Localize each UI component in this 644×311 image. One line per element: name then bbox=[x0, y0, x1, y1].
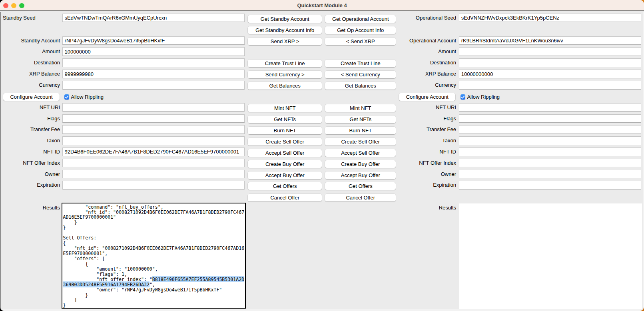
operational-get-balances-button[interactable]: Get Balances bbox=[325, 82, 396, 90]
operational-taxon-input[interactable] bbox=[459, 136, 642, 145]
standby-get-balances-button[interactable]: Get Balances bbox=[248, 82, 322, 90]
standby-flags-label: Flags bbox=[0, 114, 60, 123]
standby-transfer-fee-label: Transfer Fee bbox=[0, 125, 60, 134]
operational-get-operational-account-button[interactable]: Get Operational Account bbox=[325, 15, 396, 23]
standby-create-sell-offer-button[interactable]: Create Sell Offer bbox=[248, 138, 322, 146]
operational-allow-rippling-checkbox[interactable] bbox=[461, 94, 466, 100]
window-content: Standby Seed Standby Account Amount Dest… bbox=[0, 12, 644, 311]
operational-nft-id-input[interactable] bbox=[459, 148, 642, 156]
operational-get-op-account-info-button[interactable]: Get Op Account Info bbox=[325, 26, 396, 34]
window-edge-left bbox=[0, 12, 1, 311]
standby-amount-input[interactable] bbox=[62, 47, 245, 56]
standby-accept-sell-offer-button[interactable]: Accept Sell Offer bbox=[248, 149, 322, 157]
standby-allow-rippling-label[interactable]: Allow Rippling bbox=[71, 93, 104, 101]
standby-nft-id-label: NFT ID bbox=[0, 148, 60, 156]
zoom-button[interactable] bbox=[19, 3, 24, 8]
standby-nft-uri-label: NFT URI bbox=[0, 103, 60, 112]
operational-get-offers-button[interactable]: Get Offers bbox=[325, 182, 396, 190]
standby-mint-nft-button[interactable]: Mint NFT bbox=[248, 104, 322, 112]
standby-allow-rippling-checkbox[interactable] bbox=[64, 94, 70, 100]
standby-send-xrp-fwd-button[interactable]: Send XRP > bbox=[248, 38, 322, 45]
standby-nft-id-input[interactable] bbox=[62, 148, 245, 156]
standby-seed-label: Standby Seed bbox=[3, 14, 63, 22]
operational-create-trust-line-button[interactable]: Create Trust Line bbox=[325, 60, 396, 67]
standby-currency-input[interactable] bbox=[62, 81, 245, 90]
operational-account-input[interactable] bbox=[459, 36, 642, 45]
titlebar[interactable]: Quickstart Module 4 bbox=[0, 0, 644, 11]
operational-currency-input[interactable] bbox=[459, 81, 642, 90]
minimize-button[interactable] bbox=[11, 3, 16, 8]
window-title: Quickstart Module 4 bbox=[0, 0, 644, 11]
operational-mint-nft-button[interactable]: Mint NFT bbox=[325, 104, 396, 112]
operational-back-send-xrp-button[interactable]: < Send XRP bbox=[325, 38, 396, 45]
standby-amount-label: Amount bbox=[0, 47, 60, 56]
standby-owner-input[interactable] bbox=[62, 170, 245, 179]
operational-expiration-input[interactable] bbox=[459, 181, 642, 189]
standby-accept-buy-offer-button[interactable]: Accept Buy Offer bbox=[248, 171, 322, 179]
operational-create-buy-offer-button[interactable]: Create Buy Offer bbox=[325, 160, 396, 168]
standby-flags-input[interactable] bbox=[62, 114, 245, 123]
standby-results-text[interactable]: "command": "nft_buy_offers", "nft_id": "… bbox=[62, 203, 246, 308]
standby-taxon-label: Taxon bbox=[0, 136, 60, 145]
window-edge-bottom bbox=[0, 309, 644, 311]
close-button[interactable] bbox=[3, 3, 8, 8]
standby-nft-offer-index-label: NFT Offer Index bbox=[0, 159, 60, 167]
standby-create-trust-line-button[interactable]: Create Trust Line bbox=[248, 60, 322, 67]
standby-results-label: Results bbox=[0, 204, 60, 212]
standby-get-standby-account-info-button[interactable]: Get Standby Account Info bbox=[248, 26, 322, 34]
standby-taxon-input[interactable] bbox=[62, 136, 245, 145]
operational-accept-buy-offer-button[interactable]: Accept Buy Offer bbox=[325, 171, 396, 179]
operational-configure-account-button[interactable]: Configure Account bbox=[399, 93, 455, 101]
operational-amount-input[interactable] bbox=[459, 47, 642, 56]
standby-expiration-input[interactable] bbox=[62, 181, 245, 189]
standby-nft-uri-input[interactable] bbox=[62, 103, 245, 112]
operational-cancel-offer-button[interactable]: Cancel Offer bbox=[325, 194, 396, 201]
operational-allow-rippling-label[interactable]: Allow Rippling bbox=[467, 93, 500, 101]
standby-owner-label: Owner bbox=[0, 170, 60, 179]
standby-transfer-fee-input[interactable] bbox=[62, 125, 245, 134]
standby-seed-input[interactable] bbox=[62, 14, 245, 22]
standby-get-standby-account-button[interactable]: Get Standby Account bbox=[248, 15, 322, 23]
standby-cancel-offer-button[interactable]: Cancel Offer bbox=[248, 194, 322, 201]
operational-nft-offer-index-input[interactable] bbox=[459, 159, 642, 167]
standby-nft-offer-index-input[interactable] bbox=[62, 159, 245, 167]
operational-burn-nft-button[interactable]: Burn NFT bbox=[325, 127, 396, 134]
standby-burn-nft-button[interactable]: Burn NFT bbox=[248, 127, 322, 134]
standby-get-nfts-button[interactable]: Get NFTs bbox=[248, 116, 322, 123]
operational-get-nfts-button[interactable]: Get NFTs bbox=[325, 116, 396, 123]
standby-destination-input[interactable] bbox=[62, 58, 245, 67]
operational-owner-input[interactable] bbox=[459, 170, 642, 179]
checkmark-icon bbox=[64, 95, 69, 100]
operational-results-label: Results bbox=[356, 204, 456, 212]
operational-nft-uri-input[interactable] bbox=[459, 103, 642, 112]
operational-transfer-fee-input[interactable] bbox=[459, 125, 642, 134]
standby-send-currency-fwd-button[interactable]: Send Currency > bbox=[248, 71, 322, 78]
standby-configure-account-button[interactable]: Configure Account bbox=[3, 93, 60, 101]
standby-currency-label: Currency bbox=[0, 81, 60, 90]
standby-account-label: Standby Account bbox=[0, 36, 60, 45]
app-window: Quickstart Module 4 Standby Seed Standby… bbox=[0, 0, 644, 311]
operational-flags-input[interactable] bbox=[459, 114, 642, 123]
standby-destination-label: Destination bbox=[0, 58, 60, 67]
standby-expiration-label: Expiration bbox=[0, 181, 60, 189]
standby-get-offers-button[interactable]: Get Offers bbox=[248, 182, 322, 190]
checkmark-icon bbox=[461, 95, 465, 100]
operational-amount-label: Amount bbox=[356, 47, 456, 56]
operational-xrp-balance-input[interactable] bbox=[459, 70, 642, 78]
operational-create-sell-offer-button[interactable]: Create Sell Offer bbox=[325, 138, 396, 146]
standby-xrp-balance-label: XRP Balance bbox=[0, 70, 60, 78]
standby-xrp-balance-input[interactable] bbox=[62, 70, 245, 78]
standby-account-input[interactable] bbox=[62, 36, 245, 45]
operational-back-send-currency-button[interactable]: < Send Currency bbox=[325, 71, 396, 78]
operational-results-text[interactable] bbox=[459, 203, 642, 309]
operational-accept-sell-offer-button[interactable]: Accept Sell Offer bbox=[325, 149, 396, 157]
operational-seed-input[interactable] bbox=[459, 14, 642, 22]
standby-create-buy-offer-button[interactable]: Create Buy Offer bbox=[248, 160, 322, 168]
operational-destination-input[interactable] bbox=[459, 58, 642, 67]
